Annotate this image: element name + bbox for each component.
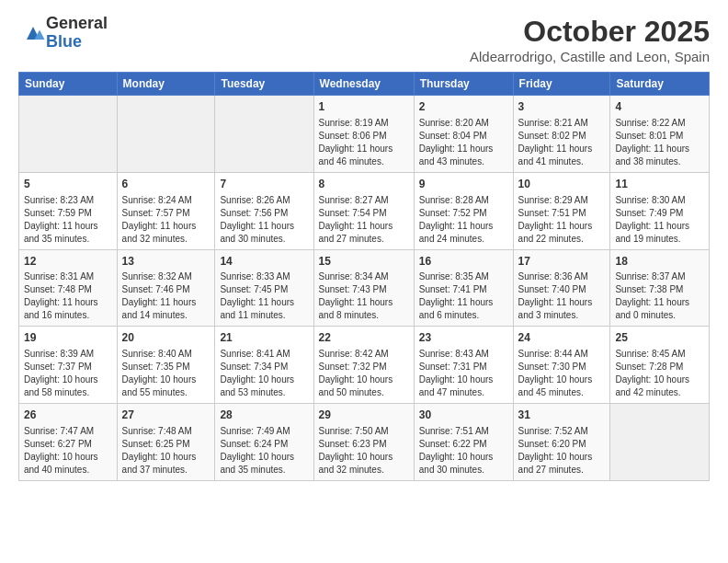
subtitle: Aldearrodrigo, Castille and Leon, Spain (470, 49, 710, 64)
day-info: Sunset: 7:32 PM (319, 362, 387, 372)
day-cell: 25Sunrise: 8:45 AMSunset: 7:28 PMDayligh… (610, 327, 710, 404)
day-info: Sunrise: 8:35 AM (419, 271, 489, 282)
day-number: 23 (419, 330, 508, 346)
day-cell: 24Sunrise: 8:44 AMSunset: 7:30 PMDayligh… (513, 327, 610, 404)
day-info: Daylight: 11 hours and 27 minutes. (319, 221, 393, 244)
day-info: Sunset: 7:49 PM (615, 208, 683, 218)
logo-text: General Blue (46, 15, 108, 52)
day-info: Daylight: 10 hours and 50 minutes. (319, 374, 393, 397)
day-info: Daylight: 10 hours and 55 minutes. (122, 374, 197, 397)
day-info: Daylight: 10 hours and 27 minutes. (518, 452, 593, 475)
day-cell: 7Sunrise: 8:26 AMSunset: 7:56 PMDaylight… (215, 172, 313, 249)
day-info: Sunset: 7:35 PM (122, 362, 190, 372)
day-number: 29 (319, 408, 409, 423)
day-info: Sunset: 7:34 PM (220, 362, 288, 372)
logo: General Blue (18, 15, 108, 52)
day-info: Sunset: 6:24 PM (220, 439, 288, 449)
day-info: Sunrise: 8:21 AM (518, 118, 588, 128)
week-row-4: 19Sunrise: 8:39 AMSunset: 7:37 PMDayligh… (19, 327, 710, 404)
day-cell: 22Sunrise: 8:42 AMSunset: 7:32 PMDayligh… (313, 327, 414, 404)
day-info: Sunset: 7:40 PM (518, 284, 586, 294)
main-title: October 2025 (470, 15, 710, 49)
day-info: Sunrise: 8:26 AM (220, 195, 290, 205)
day-cell: 3Sunrise: 8:21 AMSunset: 8:02 PMDaylight… (513, 96, 610, 173)
day-info: Sunrise: 7:51 AM (419, 426, 489, 436)
day-number: 6 (122, 177, 210, 192)
day-cell: 28Sunrise: 7:49 AMSunset: 6:24 PMDayligh… (215, 404, 313, 481)
day-info: Sunset: 7:28 PM (615, 362, 683, 372)
logo-blue-text: Blue (46, 32, 82, 51)
day-info: Sunrise: 7:52 AM (518, 426, 588, 436)
day-info: Daylight: 11 hours and 41 minutes. (518, 144, 593, 167)
day-info: Sunset: 6:22 PM (419, 439, 487, 449)
day-number: 18 (615, 254, 704, 270)
day-number: 21 (220, 330, 308, 346)
day-cell: 18Sunrise: 8:37 AMSunset: 7:38 PMDayligh… (610, 249, 710, 327)
day-cell (19, 96, 118, 173)
day-cell: 21Sunrise: 8:41 AMSunset: 7:34 PMDayligh… (215, 327, 313, 404)
day-info: Daylight: 11 hours and 8 minutes. (319, 297, 393, 320)
day-info: Sunset: 8:06 PM (319, 131, 387, 141)
day-info: Daylight: 11 hours and 24 minutes. (419, 221, 494, 244)
day-cell: 11Sunrise: 8:30 AMSunset: 7:49 PMDayligh… (610, 172, 710, 249)
day-number: 28 (220, 408, 308, 423)
day-cell: 31Sunrise: 7:52 AMSunset: 6:20 PMDayligh… (513, 404, 610, 481)
day-info: Sunset: 7:48 PM (24, 284, 92, 294)
day-info: Daylight: 10 hours and 45 minutes. (518, 374, 593, 397)
day-info: Daylight: 11 hours and 35 minutes. (24, 221, 98, 244)
header: General Blue October 2025 Aldearrodrigo,… (18, 15, 710, 64)
day-info: Daylight: 11 hours and 19 minutes. (615, 221, 689, 244)
day-cell: 6Sunrise: 8:24 AMSunset: 7:57 PMDaylight… (117, 172, 215, 249)
day-info: Sunset: 7:52 PM (419, 208, 487, 218)
day-info: Daylight: 11 hours and 43 minutes. (419, 144, 494, 167)
day-info: Sunrise: 8:27 AM (319, 195, 389, 205)
day-number: 24 (518, 330, 606, 346)
day-info: Daylight: 11 hours and 16 minutes. (24, 297, 98, 320)
day-cell: 9Sunrise: 8:28 AMSunset: 7:52 PMDaylight… (414, 172, 513, 249)
day-cell: 29Sunrise: 7:50 AMSunset: 6:23 PMDayligh… (313, 404, 414, 481)
header-row: Sunday Monday Tuesday Wednesday Thursday… (19, 73, 710, 96)
day-number: 1 (319, 99, 409, 115)
calendar-header: Sunday Monday Tuesday Wednesday Thursday… (19, 73, 710, 96)
day-info: Sunset: 6:27 PM (24, 439, 92, 449)
col-sunday: Sunday (19, 73, 118, 96)
day-cell: 8Sunrise: 8:27 AMSunset: 7:54 PMDaylight… (313, 172, 414, 249)
day-number: 25 (615, 330, 704, 346)
day-info: Sunset: 7:51 PM (518, 208, 586, 218)
day-info: Sunrise: 8:20 AM (419, 118, 489, 128)
day-number: 27 (122, 408, 210, 423)
day-info: Sunrise: 8:29 AM (518, 195, 588, 205)
col-saturday: Saturday (610, 73, 710, 96)
day-number: 10 (518, 177, 606, 192)
day-number: 13 (122, 254, 210, 270)
day-number: 14 (220, 254, 308, 270)
day-info: Daylight: 10 hours and 35 minutes. (220, 452, 294, 475)
day-number: 9 (419, 177, 508, 192)
day-info: Sunset: 8:02 PM (518, 131, 586, 141)
day-info: Sunset: 7:41 PM (419, 284, 487, 294)
col-tuesday: Tuesday (215, 73, 313, 96)
day-info: Sunrise: 8:24 AM (122, 195, 192, 205)
day-info: Sunrise: 8:34 AM (319, 271, 389, 282)
day-cell: 26Sunrise: 7:47 AMSunset: 6:27 PMDayligh… (19, 404, 118, 481)
day-info: Sunset: 7:43 PM (319, 284, 387, 294)
day-cell: 1Sunrise: 8:19 AMSunset: 8:06 PMDaylight… (313, 96, 414, 173)
day-info: Sunset: 7:38 PM (615, 284, 683, 294)
week-row-5: 26Sunrise: 7:47 AMSunset: 6:27 PMDayligh… (19, 404, 710, 481)
day-cell: 12Sunrise: 8:31 AMSunset: 7:48 PMDayligh… (19, 249, 118, 327)
page: General Blue October 2025 Aldearrodrigo,… (0, 0, 728, 490)
day-info: Daylight: 10 hours and 53 minutes. (220, 374, 294, 397)
day-info: Sunrise: 8:43 AM (419, 349, 489, 359)
day-info: Sunrise: 8:30 AM (615, 195, 685, 205)
day-number: 16 (419, 254, 508, 270)
day-number: 5 (24, 177, 112, 192)
day-cell: 10Sunrise: 8:29 AMSunset: 7:51 PMDayligh… (513, 172, 610, 249)
day-number: 26 (24, 408, 112, 423)
day-info: Sunset: 7:54 PM (319, 208, 387, 218)
day-info: Daylight: 10 hours and 47 minutes. (419, 374, 494, 397)
logo-general-text: General (46, 14, 108, 32)
day-number: 31 (518, 408, 606, 423)
day-info: Daylight: 10 hours and 30 minutes. (419, 452, 494, 475)
day-info: Sunrise: 8:40 AM (122, 349, 192, 359)
day-info: Daylight: 11 hours and 11 minutes. (220, 297, 294, 320)
